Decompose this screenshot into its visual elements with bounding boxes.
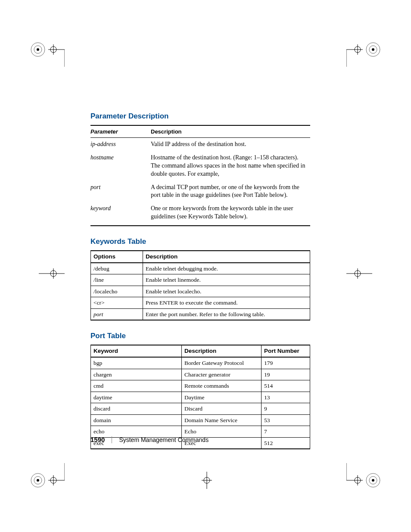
keyword-desc: Press ENTER to execute the command.	[143, 297, 310, 309]
param-name: keyword	[90, 202, 151, 226]
keyword-option: port	[91, 308, 143, 320]
table-row: <cr> Press ENTER to execute the command.	[91, 297, 310, 309]
table-row: bgp Border Gateway Protocol 179	[91, 357, 310, 369]
table-header-row: Parameter Description	[90, 125, 310, 138]
port-number: 19	[262, 369, 310, 380]
page-footer: 1590 System Management Commands	[90, 436, 310, 443]
param-name: ip-address	[90, 138, 151, 151]
port-keyword: domain	[91, 414, 182, 426]
table-row: /line Enable telnet linemode.	[91, 274, 310, 286]
param-desc: A decimal TCP port number, or one of the…	[151, 181, 310, 202]
crop-mark-bottom-right	[346, 463, 381, 498]
crop-mark-mid-right	[346, 256, 381, 291]
table-row: cmd Remote commands 514	[91, 380, 310, 392]
page-content: Parameter Description Parameter Descript…	[90, 112, 310, 460]
port-number: 13	[262, 392, 310, 403]
col-header-description: Description	[151, 125, 310, 138]
keywords-table: Options Description /debug Enable telnet…	[90, 250, 310, 320]
crop-mark-top-right	[346, 32, 381, 67]
port-keyword: daytime	[91, 392, 182, 403]
port-desc: Remote commands	[182, 380, 262, 392]
crop-mark-top-left	[30, 32, 65, 67]
table-header-row: Keyword Description Port Number	[91, 345, 310, 357]
param-desc: Valid IP address of the destination host…	[151, 138, 310, 151]
section-title-parameter-description: Parameter Description	[90, 112, 310, 121]
param-desc: Hostname of the destination host. (Range…	[151, 151, 310, 181]
port-desc: Border Gateway Protocol	[182, 357, 262, 369]
port-desc: Domain Name Service	[182, 414, 262, 426]
keyword-option: /line	[91, 274, 143, 286]
param-desc: One or more keywords from the keywords t…	[151, 202, 310, 226]
port-keyword: chargen	[91, 369, 182, 380]
port-desc: Daytime	[182, 392, 262, 403]
port-desc: Discard	[182, 403, 262, 415]
col-header-port-number: Port Number	[262, 345, 310, 357]
svg-point-13	[372, 48, 374, 51]
param-name: port	[90, 181, 151, 202]
keyword-desc: Enable telnet localecho.	[143, 286, 310, 297]
keyword-desc: Enter the port number. Refer to the foll…	[143, 308, 310, 320]
section-title-port-table: Port Table	[90, 332, 310, 340]
keyword-option: /localecho	[91, 286, 143, 297]
table-row: chargen Character generator 19	[91, 369, 310, 380]
port-desc: Character generator	[182, 369, 262, 380]
crop-mark-bottom-center	[190, 463, 224, 498]
table-row: port A decimal TCP port number, or one o…	[90, 181, 310, 202]
crop-mark-bottom-left	[30, 463, 65, 498]
svg-point-2	[37, 48, 39, 51]
param-name: hostname	[90, 151, 151, 181]
table-row: domain Domain Name Service 53	[91, 414, 310, 426]
port-keyword: discard	[91, 403, 182, 415]
table-header-row: Options Description	[91, 251, 310, 263]
table-row: keyword One or more keywords from the ke…	[90, 202, 310, 226]
table-row: hostname Hostname of the destination hos…	[90, 151, 310, 181]
col-header-description: Description	[182, 345, 262, 357]
section-title-keywords-table: Keywords Table	[90, 237, 310, 246]
col-header-description: Description	[143, 251, 310, 263]
port-number: 9	[262, 403, 310, 415]
keyword-option: <cr>	[91, 297, 143, 309]
svg-point-22	[37, 479, 39, 482]
port-keyword: bgp	[91, 357, 182, 369]
keyword-desc: Enable telnet linemode.	[143, 274, 310, 286]
col-header-options: Options	[91, 251, 143, 263]
col-header-keyword: Keyword	[91, 345, 182, 357]
col-header-parameter: Parameter	[90, 125, 151, 138]
table-row: ip-address Valid IP address of the desti…	[90, 138, 310, 151]
table-row: /debug Enable telnet debugging mode.	[91, 263, 310, 274]
port-table: Keyword Description Port Number bgp Bord…	[90, 345, 310, 449]
port-number: 514	[262, 380, 310, 392]
page-number: 1590	[90, 436, 112, 443]
table-row: discard Discard 9	[91, 403, 310, 415]
chapter-title: System Management Commands	[119, 436, 209, 443]
crop-mark-mid-left	[30, 256, 65, 291]
table-row: port Enter the port number. Refer to the…	[91, 308, 310, 320]
port-keyword: cmd	[91, 380, 182, 392]
keyword-option: /debug	[91, 263, 143, 274]
svg-point-36	[372, 479, 374, 482]
parameter-description-table: Parameter Description ip-address Valid I…	[90, 125, 310, 226]
table-row: daytime Daytime 13	[91, 392, 310, 403]
port-number: 179	[262, 357, 310, 369]
footer-separator	[112, 436, 112, 443]
table-row: /localecho Enable telnet localecho.	[91, 286, 310, 297]
port-number: 53	[262, 414, 310, 426]
keyword-desc: Enable telnet debugging mode.	[143, 263, 310, 274]
